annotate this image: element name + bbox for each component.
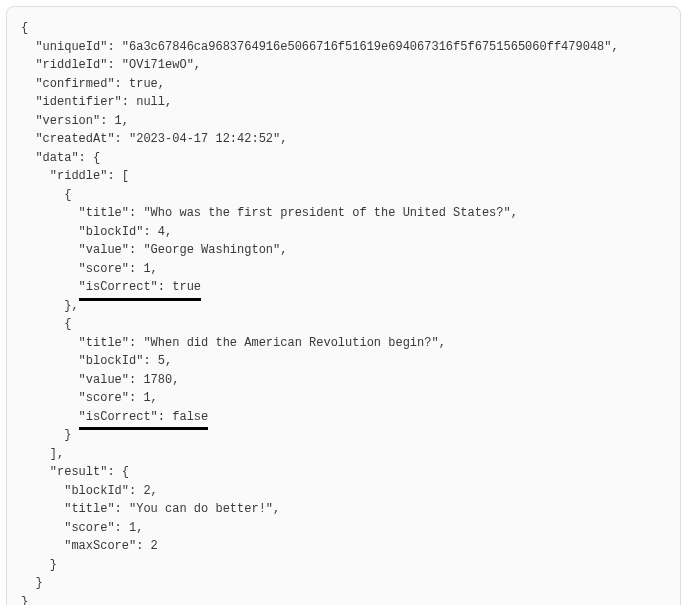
code-line: }	[21, 574, 666, 593]
code-line: "data": {	[21, 149, 666, 168]
code-line: "blockId": 2,	[21, 482, 666, 501]
code-line: "identifier": null,	[21, 93, 666, 112]
indent	[21, 410, 79, 424]
code-line: "version": 1,	[21, 112, 666, 131]
code-line: "riddleId": "OVi71ewO",	[21, 56, 666, 75]
code-line: }	[21, 593, 666, 606]
code-line: "title": "When did the American Revoluti…	[21, 334, 666, 353]
code-line: "score": 1,	[21, 260, 666, 279]
code-line: "blockId": 4,	[21, 223, 666, 242]
indent	[21, 280, 79, 294]
code-line: {	[21, 315, 666, 334]
code-line: "result": {	[21, 463, 666, 482]
code-line: ],	[21, 445, 666, 464]
code-line: "blockId": 5,	[21, 352, 666, 371]
code-line: "score": 1,	[21, 389, 666, 408]
code-line: "createdAt": "2023-04-17 12:42:52",	[21, 130, 666, 149]
code-line: "value": 1780,	[21, 371, 666, 390]
code-line: }	[21, 556, 666, 575]
code-line: "title": "Who was the first president of…	[21, 204, 666, 223]
code-line: "confirmed": true,	[21, 75, 666, 94]
code-line: {	[21, 19, 666, 38]
code-line: "riddle": [	[21, 167, 666, 186]
code-line-highlight: "isCorrect": false	[21, 408, 666, 427]
code-line: "maxScore": 2	[21, 537, 666, 556]
code-line: }	[21, 426, 666, 445]
code-line: {	[21, 186, 666, 205]
code-line: "title": "You can do better!",	[21, 500, 666, 519]
code-line: },	[21, 297, 666, 316]
code-line: "score": 1,	[21, 519, 666, 538]
code-line: "value": "George Washington",	[21, 241, 666, 260]
code-line: "uniqueId": "6a3c67846ca9683764916e50667…	[21, 38, 666, 57]
code-line-highlight: "isCorrect": true	[21, 278, 666, 297]
json-code-block: { "uniqueId": "6a3c67846ca9683764916e506…	[6, 6, 681, 605]
